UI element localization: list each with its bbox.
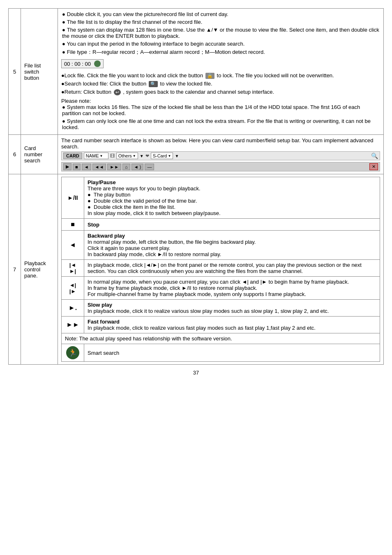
backward-desc2: Click it again to pause current play. [88, 245, 170, 251]
section-skip-desc: In playback mode, click |◄/►| on the fro… [88, 262, 362, 274]
stop-content: Stop [84, 219, 380, 231]
table-row: |◄ ►| In playback mode, click |◄/►| on t… [62, 260, 380, 277]
slow-play-desc: In playback mode, click it to realize va… [88, 308, 329, 314]
row5-bullet-4: You can input the period in the followin… [61, 41, 380, 47]
row5-bullet-5: File type：R—regular record；A—external al… [61, 49, 380, 56]
note-content: Note: The actual play speed has relation… [62, 333, 380, 344]
stop-icon: ■ [71, 221, 75, 228]
time-display-bar: 00 : 00 : 00 [61, 59, 104, 68]
lock-section: ●Lock file. Click the file you want to l… [61, 72, 380, 95]
stop-icon-cell: ■ [62, 219, 84, 231]
playback-table: ►/II Play/Pause There are three ways for… [61, 177, 380, 362]
table-row: ►► Fast forward In playback mode, click … [62, 317, 380, 333]
slow-play-note: In slow play mode, click it to switch be… [88, 210, 221, 216]
double-click-file: ● Double click the item in the file list… [88, 204, 175, 210]
play-pause-icon-cell: ►/II [62, 177, 84, 219]
table-row: ►/II Play/Pause There are three ways for… [62, 177, 380, 219]
row5-bullet-1: Double click it, you can view the pictur… [61, 11, 380, 17]
ff-fast-ctrl-btn[interactable]: ►► [107, 164, 121, 170]
search-controls-bar: ▶ ■ ◄ ◄◄ ►► ⌂ ◄ ) — ✕ [61, 162, 380, 171]
scard-dropdown[interactable]: S-Card [151, 153, 173, 159]
row-label-7: Playback control pane. [21, 174, 58, 365]
back-ctrl-btn[interactable]: ◄ [82, 164, 91, 170]
slow-play-title: Slow play [88, 302, 112, 308]
card-search-bar[interactable]: CARD NAME 🎞 Others ▼ ❤ S-Card ▼ 🔍 [61, 151, 380, 160]
play-ctrl-btn[interactable]: ▶ [63, 163, 71, 170]
fast-forward-icon-cell: ►► [62, 317, 84, 333]
play-btn-bullet: ● The play button [88, 192, 130, 198]
row-number-7: 7 [9, 174, 21, 365]
arrow-icon: ▼ [140, 154, 144, 158]
note-row: Note: The actual play speed has relation… [62, 333, 380, 344]
stop-title: Stop [88, 222, 99, 228]
slow-play-icon: ►. [69, 304, 77, 311]
lock-bullet-1: ●Lock file. Click the file you want to l… [61, 72, 380, 79]
fast-forward-title: Fast forward [88, 319, 120, 325]
fast-forward-icon: ►► [66, 321, 79, 328]
table-row: ◄| |► In normal play mode, when you paus… [62, 277, 380, 300]
fast-forward-content: Fast forward In playback mode, click to … [84, 317, 380, 333]
note-bullet-2: System can only lock one file at one tim… [61, 118, 380, 130]
smart-search-icon-cell: 🏃 [62, 344, 84, 362]
backward-content: Backward play In normal play mode, left … [84, 231, 380, 260]
name-dropdown[interactable]: NAME [84, 153, 108, 159]
smart-search-row: 🏃 Smart search [62, 344, 380, 362]
slow-play-icon-cell: ►. [62, 300, 84, 317]
backward-title: Backward play [88, 233, 125, 239]
section-skip-content: In playback mode, click |◄/►| on the fro… [84, 260, 380, 277]
note-bullet-1: System max locks 16 files. The size of t… [61, 104, 380, 116]
row-number-5: 5 [9, 9, 21, 135]
frame-advance-icon-cell: ◄| |► [62, 277, 84, 300]
please-note: Please note: System max locks 16 files. … [61, 98, 380, 130]
smart-search-label: Smart search [88, 350, 119, 356]
frame-advance-icon: ◄| |► [69, 282, 76, 294]
minus-ctrl-btn[interactable]: — [145, 164, 154, 170]
row7-content: ►/II Play/Pause There are three ways for… [58, 174, 384, 365]
section-skip-icon: |◄ ►| [69, 262, 76, 274]
time-text: 00 : 00 : 00 [64, 61, 91, 67]
separator1: 🎞 [110, 153, 115, 158]
search-locked-icon: 🔍 [149, 81, 158, 87]
sound-ctrl-btn[interactable]: ◄ ) [131, 164, 144, 170]
smart-search-content: Smart search [84, 344, 380, 362]
smart-search-icon: 🏃 [66, 346, 79, 359]
frame-advance-desc2: In frame by frame playback mode, click ►… [88, 285, 257, 291]
row-label-5: File list switch button [21, 9, 58, 135]
close-ctrl-btn[interactable]: ✕ [369, 163, 378, 170]
play-pause-content: Play/Pause There are three ways for you … [84, 177, 380, 219]
table-row: ►. Slow play In playback mode, click it … [62, 300, 380, 317]
separator2: ❤ [145, 153, 149, 159]
arrow-icon2: ▼ [175, 154, 179, 158]
page-number: 37 [8, 370, 384, 376]
return-icon: ↩ [114, 89, 121, 95]
fast-forward-desc: In playback mode, click to realize vario… [88, 325, 316, 331]
double-click-time: ● Double click the valid period of the t… [88, 198, 197, 204]
play-pause-title: Play/Pause [88, 179, 116, 185]
slow-play-content: Slow play In playback mode, click it to … [84, 300, 380, 317]
row5-content: Double click it, you can view the pictur… [58, 9, 384, 135]
frame-advance-content: In normal play mode, when you pause curr… [84, 277, 380, 300]
others-dropdown[interactable]: Others [116, 153, 138, 159]
time-circle-icon [94, 60, 101, 67]
backward-desc1: In normal play mode, left click the butt… [88, 239, 256, 245]
search-button-icon[interactable]: 🔍 [371, 153, 378, 159]
backward-icon: ◄ [69, 241, 76, 248]
section-skip-icon-cell: |◄ ►| [62, 260, 84, 277]
stop-ctrl-btn[interactable]: ■ [73, 164, 81, 170]
backward-desc3: In backward play mode, click ►/II to res… [88, 251, 221, 257]
lock-bullet-3: ●Return: Click button ↩ , system goes ba… [61, 89, 380, 95]
play-pause-icon: ►/II [67, 194, 78, 201]
row6-content: The card number search interface is show… [58, 135, 384, 174]
home-ctrl-btn[interactable]: ⌂ [122, 164, 130, 170]
row6-intro: The card number search interface is show… [61, 137, 373, 150]
backward-icon-cell: ◄ [62, 231, 84, 260]
play-pause-desc: There are three ways for you to begin pl… [88, 185, 201, 192]
table-row: ◄ Backward play In normal play mode, lef… [62, 231, 380, 260]
card-label: CARD [63, 153, 82, 159]
ff-slow-ctrl-btn[interactable]: ◄◄ [92, 164, 106, 170]
row5-bullet-2: The file list is to display the first ch… [61, 19, 380, 25]
row-label-6: Card number search [21, 135, 58, 174]
table-row: ■ Stop [62, 219, 380, 231]
frame-advance-desc1: In normal play mode, when you pause curr… [88, 279, 349, 285]
lock-bullet-2: ●Search locked file: Click the button 🔍 … [61, 81, 380, 87]
